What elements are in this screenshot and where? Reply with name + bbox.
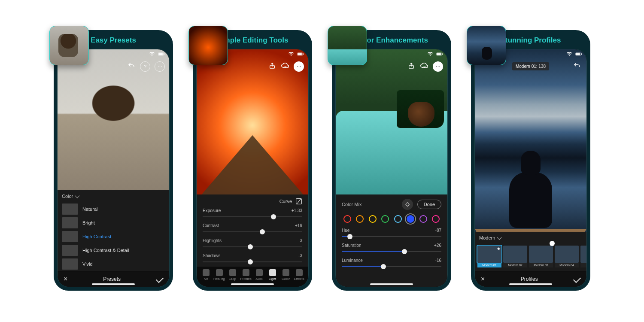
slider-name: Contrast xyxy=(203,223,219,228)
svg-rect-2 xyxy=(164,54,164,55)
preset-category-label: Color xyxy=(62,194,73,199)
curve-button[interactable]: Curve xyxy=(197,194,308,207)
preset-label: High Contrast & Detail xyxy=(82,248,129,253)
undo-icon[interactable] xyxy=(127,61,136,70)
cancel-button[interactable]: × xyxy=(64,276,67,283)
profile-category-dropdown[interactable]: Modern xyxy=(475,232,586,244)
profile-modern-01[interactable]: ★Modern 01 xyxy=(477,246,501,267)
slider-name: Exposure xyxy=(203,208,221,213)
preset-category-dropdown[interactable]: Color xyxy=(58,190,169,202)
status-bar xyxy=(149,52,165,56)
status-bar xyxy=(288,52,304,56)
more-icon[interactable]: ⋯ xyxy=(433,61,443,72)
main-photo[interactable] xyxy=(475,49,586,247)
cloud-sync-icon[interactable] xyxy=(281,61,289,70)
status-bar xyxy=(427,52,443,56)
svg-rect-9 xyxy=(437,53,441,55)
profile-label: Modern 03 xyxy=(529,263,553,267)
svg-rect-1 xyxy=(159,53,163,55)
preset-label: Bright xyxy=(82,220,95,225)
screenshot-easy-presets: Easy Presets ? ⋯ Color NaturalBrightHigh… xyxy=(54,30,173,291)
target-adjustment-button[interactable] xyxy=(402,199,413,210)
tool-label: Crop xyxy=(229,277,236,281)
share-icon[interactable] xyxy=(407,61,416,70)
tool-crop[interactable]: Crop xyxy=(226,269,239,281)
contrast-slider[interactable]: Contrast+19 xyxy=(197,222,308,237)
preset-bright[interactable]: Bright xyxy=(58,216,169,230)
luminance-slider[interactable]: Luminance-16 xyxy=(336,256,447,271)
saturation-slider[interactable]: Saturation+26 xyxy=(336,241,447,256)
swatch-4[interactable] xyxy=(394,215,402,223)
help-icon[interactable]: ? xyxy=(140,61,150,72)
more-icon[interactable]: ⋯ xyxy=(155,61,165,72)
tool-label: Profiles xyxy=(240,277,252,281)
wifi-icon xyxy=(566,52,573,56)
home-indicator xyxy=(370,283,413,285)
effects-icon xyxy=(296,269,303,276)
profile-label: M xyxy=(580,263,586,267)
profile-modern-04[interactable]: Modern 04 xyxy=(555,246,579,267)
slider-name: Highlights xyxy=(203,238,222,243)
swatch-5[interactable] xyxy=(407,215,414,223)
tool-profiles[interactable]: Profiles xyxy=(239,269,252,281)
tool-ive[interactable]: ive xyxy=(199,269,213,281)
cloud-sync-icon[interactable] xyxy=(420,61,428,70)
tool-color[interactable]: Color xyxy=(279,269,292,281)
undo-icon[interactable] xyxy=(573,61,581,70)
exposure-slider[interactable]: Exposure+1.33 xyxy=(197,207,308,222)
preset-thumbnail xyxy=(62,258,78,270)
slider-value: -16 xyxy=(435,258,441,263)
swatch-6[interactable] xyxy=(419,215,427,223)
tool-label: Effects xyxy=(294,277,304,281)
profile-category-label: Modern xyxy=(479,235,495,240)
phone-frame: Modern 01: 138 Modern ★Modern 01Modern 0… xyxy=(474,49,587,287)
chevron-down-icon xyxy=(497,235,502,240)
tool-light[interactable]: Light xyxy=(266,269,279,281)
slider-name: Shadows xyxy=(203,253,220,258)
profile-thumbnail xyxy=(503,246,527,263)
preset-high-contrast[interactable]: High Contrast xyxy=(58,230,169,243)
slider-value: -3 xyxy=(298,253,302,258)
swatch-3[interactable] xyxy=(381,215,389,223)
tool-auto[interactable]: Auto xyxy=(252,269,266,281)
highlights-slider[interactable]: Highlights-3 xyxy=(197,237,308,252)
confirm-button[interactable] xyxy=(156,275,164,283)
phone-frame: ? ⋯ Color NaturalBrightHigh ContrastHigh… xyxy=(57,49,170,287)
status-bar xyxy=(566,52,582,56)
preset-high-contrast-detail[interactable]: High Contrast & Detail xyxy=(58,243,169,257)
done-button[interactable]: Done xyxy=(417,200,441,209)
svg-rect-5 xyxy=(303,54,304,55)
curve-icon xyxy=(295,198,302,205)
swatch-0[interactable] xyxy=(343,215,351,223)
svg-point-12 xyxy=(406,203,409,206)
tool-effects[interactable]: Effects xyxy=(292,269,306,281)
swatch-2[interactable] xyxy=(369,215,377,223)
preset-thumbnail xyxy=(62,231,78,242)
profile-thumbnail-row[interactable]: ★Modern 01Modern 02Modern 03Modern 04M xyxy=(475,244,586,269)
slider-name: Saturation xyxy=(342,243,361,248)
shadows-slider[interactable]: Shadows-3 xyxy=(197,252,308,267)
profile-m[interactable]: M xyxy=(580,246,586,267)
before-inset-thumbnail xyxy=(467,26,506,65)
share-icon[interactable] xyxy=(268,61,276,70)
more-icon[interactable]: ⋯ xyxy=(294,61,304,72)
profile-modern-03[interactable]: Modern 03 xyxy=(529,246,553,267)
hue-slider[interactable]: Hue-87 xyxy=(336,226,447,241)
ive-icon xyxy=(203,269,210,276)
slider-value: +26 xyxy=(434,243,441,248)
swatch-7[interactable] xyxy=(432,215,440,223)
battery-icon xyxy=(575,52,582,56)
preset-vivid[interactable]: Vivid xyxy=(58,257,169,271)
cancel-button[interactable]: × xyxy=(481,276,485,283)
confirm-button[interactable] xyxy=(573,275,581,283)
phone-frame: ⋯ Color Mix Done Hue-87Saturation+26Lumi… xyxy=(335,49,448,287)
svg-rect-14 xyxy=(576,53,580,55)
panel-title: Presets xyxy=(103,276,121,282)
profile-modern-02[interactable]: Modern 02 xyxy=(503,246,527,267)
svg-rect-4 xyxy=(298,53,302,55)
profile-label: Modern 01 xyxy=(477,263,501,267)
tool-healing[interactable]: Healing xyxy=(213,269,226,281)
preset-natural[interactable]: Natural xyxy=(58,202,169,216)
light-panel: Curve Exposure+1.33Contrast+19Highlights… xyxy=(197,194,308,287)
swatch-1[interactable] xyxy=(356,215,364,223)
